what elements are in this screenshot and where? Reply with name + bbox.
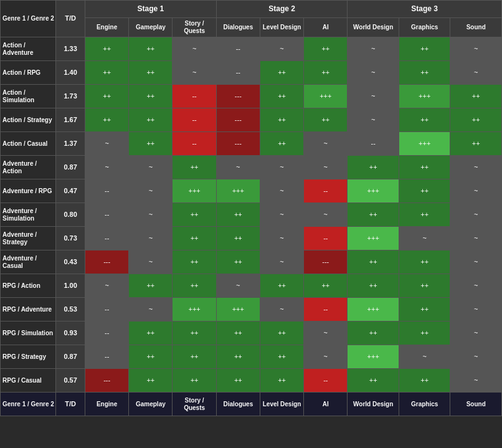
table-cell: ~	[173, 37, 216, 61]
table-cell: ++	[399, 298, 450, 322]
table-cell: ++	[399, 37, 450, 61]
table-cell: ++	[399, 274, 450, 298]
table-cell: ++	[348, 203, 399, 227]
table-cell: ++	[85, 85, 129, 108]
stage1-header: Stage 1	[85, 1, 217, 18]
table-cell: ++	[399, 250, 450, 274]
footer-world-design: World Design	[348, 393, 399, 416]
table-cell: ~	[260, 203, 303, 227]
table-row: Action / Casual1.37~++-----++~--+++++	[1, 132, 502, 156]
table-cell: +++	[173, 298, 216, 322]
table-cell: ++	[260, 274, 303, 298]
table-cell: 0.87	[56, 345, 85, 369]
table-cell: ~	[260, 298, 303, 322]
table-cell: +++	[399, 85, 450, 108]
table-cell: ++	[304, 61, 348, 85]
table-cell: ++	[129, 345, 173, 369]
table-cell: 0.73	[56, 227, 85, 250]
footer-td: T/D	[56, 393, 85, 416]
ai-header: AI	[304, 18, 348, 37]
table-cell: Adventure / Action	[1, 156, 56, 179]
table-cell: ~	[129, 156, 173, 179]
table-cell: ++	[129, 132, 173, 156]
table-cell: ++	[260, 61, 303, 85]
table-cell: ---	[304, 250, 348, 274]
table-cell: ~	[348, 37, 399, 61]
table-cell: ++	[348, 156, 399, 179]
table-cell: ++	[216, 203, 260, 227]
genre-header: Genre 1 / Genre 2	[1, 1, 56, 37]
table-row: Adventure / Strategy0.73--~++++~--+++~~	[1, 227, 502, 250]
table-cell: ++	[260, 345, 303, 369]
table-cell: ~	[129, 203, 173, 227]
table-row: Action / Strategy1.67++++-----++++~++++	[1, 108, 502, 132]
table-cell: ~	[450, 345, 502, 369]
table-cell: ++	[348, 369, 399, 393]
table-cell: +++	[348, 227, 399, 250]
table-cell: --	[85, 345, 129, 369]
table-row: RPG / Adventure0.53--~++++++~--+++++~	[1, 298, 502, 322]
table-row: RPG / Strategy0.87--++++++++~+++~~	[1, 345, 502, 369]
table-cell: ---	[216, 85, 260, 108]
td-header: T/D	[56, 1, 85, 37]
table-cell: 0.80	[56, 203, 85, 227]
table-cell: --	[85, 179, 129, 203]
table-cell: ++	[348, 322, 399, 345]
footer-row: Genre 1 / Genre 2 T/D Engine Gameplay St…	[1, 393, 502, 416]
footer-ai: AI	[304, 393, 348, 416]
table-cell: Adventure / Casual	[1, 250, 56, 274]
table-cell: ++	[450, 108, 502, 132]
footer-level-design: Level Design	[260, 393, 303, 416]
table-cell: +++	[348, 345, 399, 369]
footer-story: Story / Quests	[173, 393, 216, 416]
table-cell: ++	[173, 250, 216, 274]
table-cell: ++	[260, 108, 303, 132]
table-cell: ~	[304, 322, 348, 345]
comparison-table: Genre 1 / Genre 2 T/D Stage 1 Stage 2 St…	[0, 0, 502, 416]
table-cell: ++	[304, 108, 348, 132]
table-cell: ++	[260, 132, 303, 156]
table-cell: ++	[85, 37, 129, 61]
table-cell: ++	[304, 37, 348, 61]
table-cell: ~	[450, 274, 502, 298]
table-cell: ~	[85, 274, 129, 298]
table-cell: Action / Strategy	[1, 108, 56, 132]
table-cell: ++	[399, 108, 450, 132]
table-cell: ++	[260, 369, 303, 393]
level-design-header: Level Design	[260, 18, 303, 37]
table-cell: ++	[450, 85, 502, 108]
table-cell: ---	[85, 250, 129, 274]
table-cell: ~	[450, 156, 502, 179]
table-cell: --	[304, 227, 348, 250]
table-cell: ~	[348, 61, 399, 85]
table-cell: ++	[85, 61, 129, 85]
table-cell: ~	[450, 298, 502, 322]
table-cell: --	[85, 298, 129, 322]
table-cell: --	[173, 132, 216, 156]
table-row: Adventure / RPG0.47--~++++++~--+++++~	[1, 179, 502, 203]
table-cell: ++	[216, 250, 260, 274]
table-cell: ++	[260, 322, 303, 345]
table-cell: ++	[348, 274, 399, 298]
table-cell: ~	[304, 345, 348, 369]
table-cell: Adventure / RPG	[1, 179, 56, 203]
table-row: Action / Adventure1.33++++~--~++~++~	[1, 37, 502, 61]
graphics-header: Graphics	[399, 18, 450, 37]
footer-gameplay: Gameplay	[129, 393, 173, 416]
table-cell: ++	[399, 179, 450, 203]
table-cell: ++	[173, 156, 216, 179]
table-cell: ~	[85, 156, 129, 179]
table-cell: ++	[129, 322, 173, 345]
table-cell: ++	[399, 369, 450, 393]
table-cell: +++	[348, 179, 399, 203]
table-cell: +++	[173, 179, 216, 203]
table-cell: 1.37	[56, 132, 85, 156]
table-cell: ++	[173, 322, 216, 345]
table-cell: ---	[216, 108, 260, 132]
table-cell: ~	[450, 369, 502, 393]
table-cell: ++	[129, 37, 173, 61]
table-cell: ++	[173, 274, 216, 298]
table-cell: --	[173, 108, 216, 132]
table-cell: ~	[260, 250, 303, 274]
table-cell: ++	[85, 108, 129, 132]
